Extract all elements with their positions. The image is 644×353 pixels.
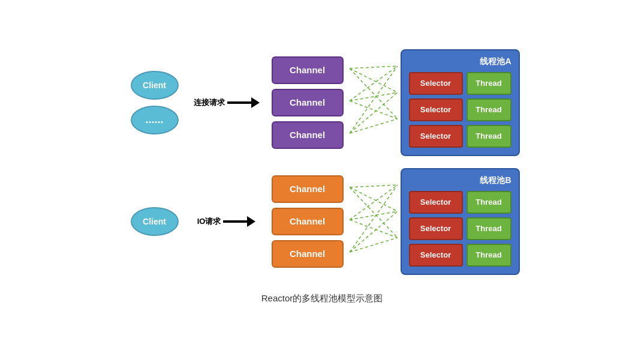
svg-line-14 (350, 220, 398, 238)
main-content: Client ...... 连接请求 Chann (125, 49, 520, 275)
svg-line-1 (350, 68, 398, 92)
selector-a-1: Selector (409, 72, 463, 95)
channel-a-2: Channel (272, 89, 344, 116)
pool-row: Selector Thread (409, 244, 511, 267)
svg-line-9 (350, 185, 398, 187)
thread-a-3: Thread (467, 125, 511, 148)
selector-b-2: Selector (409, 217, 463, 240)
channel-b-2: Channel (272, 208, 344, 235)
pool-b-title: 线程池B (409, 175, 511, 186)
pool-a-rows: Selector Thread Selector Thread Selector… (409, 72, 511, 148)
selector-b-3: Selector (409, 244, 463, 267)
channel-a-3: Channel (272, 121, 344, 149)
thread-b-2: Thread (467, 217, 511, 240)
arrow-b-label: IO请求 (197, 216, 221, 227)
pool-row: Selector Thread (409, 72, 511, 95)
selector-a-3: Selector (409, 125, 463, 148)
pool-row: Selector Thread (409, 191, 511, 214)
diagram: Client ...... 连接请求 Chann (125, 49, 520, 304)
svg-line-17 (350, 238, 398, 252)
thread-pool-b: 线程池B Selector Thread Selector Thread Sel… (401, 168, 520, 275)
arrow-a-label: 连接请求 (194, 97, 225, 108)
pool-a-title: 线程池A (409, 56, 511, 67)
dashed-lines-b (350, 173, 398, 270)
svg-line-0 (350, 66, 398, 68)
selector-b-1: Selector (409, 191, 463, 214)
section-a: Client ...... 连接请求 Chann (125, 49, 520, 156)
dots-ellipse: ...... (131, 106, 179, 134)
pool-b-rows: Selector Thread Selector Thread Selector… (409, 191, 511, 267)
thread-b-1: Thread (467, 191, 511, 214)
svg-line-8 (350, 119, 398, 133)
pool-row: Selector Thread (409, 98, 511, 121)
thread-b-3: Thread (467, 244, 511, 267)
svg-line-10 (350, 187, 398, 211)
pool-row: Selector Thread (409, 217, 511, 240)
thread-a-1: Thread (467, 72, 511, 95)
thread-pool-a: 线程池A Selector Thread Selector Thread Sel… (401, 49, 520, 156)
channel-b-1: Channel (272, 175, 344, 203)
channels-a: Channel Channel Channel (269, 56, 347, 149)
svg-line-16 (350, 211, 398, 252)
caption: Reactor的多线程池模型示意图 (261, 293, 383, 304)
pool-row: Selector Thread (409, 125, 511, 148)
client-b-ellipse: Client (131, 207, 179, 236)
svg-line-7 (350, 92, 398, 133)
client-a-ellipse: Client (131, 71, 179, 100)
channels-b: Channel Channel Channel (269, 175, 347, 268)
svg-line-3 (350, 66, 398, 101)
selector-a-2: Selector (409, 98, 463, 121)
svg-line-12 (350, 185, 398, 220)
svg-line-5 (350, 101, 398, 119)
section-b: Client IO请求 Channel Chan (125, 168, 520, 275)
channel-a-1: Channel (272, 56, 344, 84)
thread-a-2: Thread (467, 98, 511, 121)
channel-b-3: Channel (272, 240, 344, 268)
dashed-lines-a (350, 55, 398, 151)
